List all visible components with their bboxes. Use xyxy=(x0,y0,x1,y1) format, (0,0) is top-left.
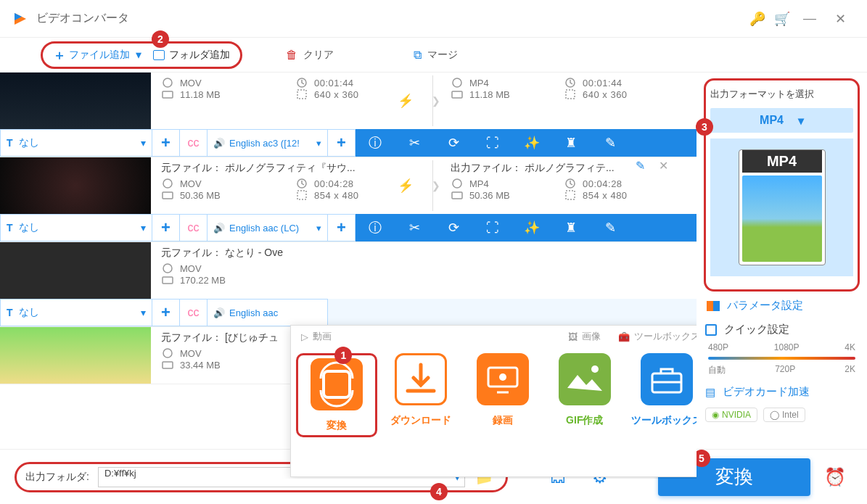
edit-name-button[interactable]: ✎ xyxy=(636,159,645,173)
cut-icon[interactable]: ✂ xyxy=(395,135,434,151)
watermark-icon[interactable]: ♜ xyxy=(551,220,591,236)
clear-button[interactable]: 🗑 クリア xyxy=(286,49,334,62)
add-group: 2 ＋ ファイル追加 ▾ フォルダ追加 xyxy=(41,41,242,69)
edit-icon[interactable]: ✎ xyxy=(591,220,630,236)
audio-select[interactable]: 🔊English ac3 ([12!▾ xyxy=(207,129,328,157)
mode-record[interactable]: 録画 xyxy=(464,353,541,437)
info-icon[interactable]: ⓘ xyxy=(356,134,395,152)
nvidia-badge: ◉NVIDIA xyxy=(705,408,757,422)
svg-point-12 xyxy=(453,179,461,188)
app-logo-icon xyxy=(12,10,29,28)
add-file-button[interactable]: ＋ ファイル追加 xyxy=(53,46,130,64)
format-dropdown[interactable]: MP4▾ xyxy=(710,108,853,133)
popup-tab-toolbox[interactable]: 🧰ツールボックス xyxy=(618,330,697,343)
briefcase-icon: 🧰 xyxy=(618,331,630,342)
callout-2: 2 xyxy=(152,30,169,48)
svg-point-18 xyxy=(163,349,172,358)
crop-icon[interactable]: ⛶ xyxy=(473,220,512,236)
minimize-button[interactable]: — xyxy=(794,11,825,26)
watermark-icon[interactable]: ♜ xyxy=(551,135,591,151)
mode-toolbox[interactable]: ツールボックス xyxy=(628,353,697,437)
info-icon[interactable]: ⓘ xyxy=(356,219,395,236)
app-title: ビデオコンバータ xyxy=(36,11,129,26)
remove-button[interactable]: ✕ xyxy=(659,159,668,173)
subtitle-select[interactable]: Tなし▾ xyxy=(0,299,152,326)
play-icon: ▷ xyxy=(301,331,308,342)
popup-tab-video[interactable]: ▷動画 xyxy=(301,330,332,343)
rotate-icon[interactable]: ⟳ xyxy=(434,220,473,236)
dims-icon xyxy=(295,88,308,100)
add-subtitle-button[interactable]: + xyxy=(152,214,180,241)
nvidia-icon: ◉ xyxy=(712,410,719,420)
format-preview[interactable]: MP4 xyxy=(710,139,853,276)
svg-point-4 xyxy=(453,78,461,87)
chevron-down-icon: ▾ xyxy=(141,137,146,149)
output-folder-label: 出力フォルダ: xyxy=(25,471,89,484)
cut-icon[interactable]: ✂ xyxy=(395,220,434,236)
audio-select[interactable]: 🔊English aac (LC)▾ xyxy=(207,214,328,241)
preview-image-icon xyxy=(742,175,822,262)
format-panel: 3 出力フォーマットを選択 MP4▾ MP4 xyxy=(704,78,860,292)
svg-point-28 xyxy=(499,373,506,381)
svg-point-8 xyxy=(163,179,172,188)
add-folder-button[interactable]: フォルダ追加 xyxy=(153,49,230,62)
mode-convert[interactable]: 1 変換 xyxy=(296,353,377,437)
svg-rect-15 xyxy=(566,191,575,199)
sliders-icon xyxy=(707,301,720,311)
hw-accel-link[interactable]: ▤ビデオカード加速 xyxy=(704,379,860,405)
film-icon xyxy=(451,77,464,88)
merge-icon: ⧉ xyxy=(414,49,422,62)
format-panel-title: 出力フォーマットを選択 xyxy=(710,88,853,101)
edit-toolbar: ⓘ ✂ ⟳ ⛶ ✨ ♜ ✎ xyxy=(356,129,697,157)
add-subtitle-button[interactable]: + xyxy=(152,129,180,157)
speaker-icon: 🔊 xyxy=(213,138,225,149)
svg-point-0 xyxy=(163,78,172,87)
thumbnail[interactable] xyxy=(0,157,151,214)
popup-tab-image[interactable]: 🖼画像 xyxy=(568,330,601,343)
edit-icon[interactable]: ✎ xyxy=(591,135,630,151)
intel-icon: ◯ xyxy=(770,410,779,420)
resolution-slider[interactable] xyxy=(708,357,855,360)
schedule-button[interactable]: ⏰ xyxy=(818,467,852,487)
svg-rect-17 xyxy=(163,277,173,284)
add-audio-button[interactable]: + xyxy=(328,214,356,241)
add-audio-button[interactable]: + xyxy=(328,129,356,157)
folder-icon xyxy=(153,50,165,60)
thumbnail[interactable] xyxy=(0,327,151,384)
effects-icon[interactable]: ✨ xyxy=(512,220,551,236)
svg-rect-7 xyxy=(566,90,575,99)
intel-badge: ◯Intel xyxy=(763,408,805,422)
source-filename: 元ファイル： ポルノグラフィティ『サウ... xyxy=(161,162,356,175)
thumbnail[interactable] xyxy=(0,242,151,299)
mode-popup: ▷動画 🖼画像 🧰ツールボックス 1 変換 ダウンロード 録画 xyxy=(290,325,697,477)
mode-download[interactable]: ダウンロード xyxy=(382,353,459,437)
titlebar: ビデオコンバータ 🔑 🛒 — ✕ xyxy=(0,0,867,38)
chevron-down-icon[interactable]: ▾ xyxy=(136,48,141,62)
file-list: MOV 00:01:44 11.18 MB 640 x 360 ⚡ MP4 00… xyxy=(0,73,697,479)
cc-button[interactable]: cc xyxy=(180,214,207,241)
clock-icon xyxy=(295,77,308,88)
flash-icon: ⚡ xyxy=(398,178,414,194)
clock-icon xyxy=(564,77,577,88)
audio-select[interactable]: 🔊English aac xyxy=(207,299,328,326)
chevron-down-icon: ▾ xyxy=(798,114,804,128)
thumbnail[interactable] xyxy=(0,73,151,129)
cc-button[interactable]: cc xyxy=(180,129,207,157)
text-icon: T xyxy=(7,137,13,149)
dims-icon xyxy=(564,88,577,100)
cart-icon[interactable]: 🛒 xyxy=(770,11,794,27)
close-button[interactable]: ✕ xyxy=(825,11,855,27)
plus-icon: ＋ xyxy=(53,46,66,64)
param-settings-link[interactable]: パラメータ設定 xyxy=(704,292,860,320)
rotate-icon[interactable]: ⟳ xyxy=(434,135,473,151)
svg-rect-26 xyxy=(324,371,350,397)
crop-icon[interactable]: ⛶ xyxy=(473,136,512,151)
subtitle-select[interactable]: Tなし▾ xyxy=(0,129,152,157)
film-icon xyxy=(161,77,174,88)
mode-gif[interactable]: GIF作成 xyxy=(546,353,623,437)
merge-button[interactable]: ⧉ マージ xyxy=(414,49,458,62)
folder-icon xyxy=(161,88,174,100)
effects-icon[interactable]: ✨ xyxy=(512,135,551,151)
subtitle-select[interactable]: Tなし▾ xyxy=(0,214,152,241)
key-icon[interactable]: 🔑 xyxy=(745,11,770,27)
